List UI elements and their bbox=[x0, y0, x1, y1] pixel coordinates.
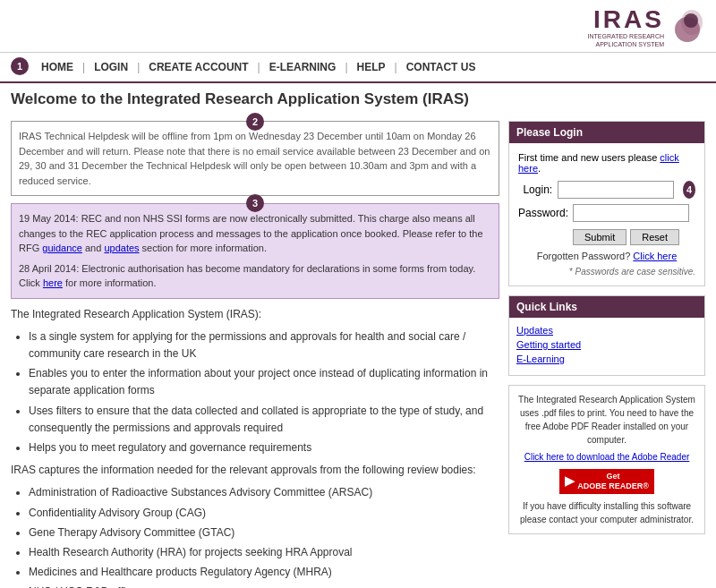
notice-1-wrapper: 2 IRAS Technical Helpdesk will be offlin… bbox=[11, 121, 499, 196]
logo-icon bbox=[669, 10, 705, 46]
logo-subtitle: INTEGRATED RESEARCHAPPLICATION SYSTEM bbox=[588, 32, 664, 48]
review-bodies-list: Administration of Radioactive Substances… bbox=[29, 484, 499, 588]
adobe-badge-text: GetADOBE READER® bbox=[577, 472, 649, 491]
ea-link[interactable]: here bbox=[43, 277, 63, 288]
quicklinks-header: Quick Links bbox=[509, 296, 704, 318]
nav-create-account[interactable]: CREATE ACCOUNT bbox=[140, 61, 257, 73]
notice-2: 3 19 May 2014: REC and non NHS SSI forms… bbox=[11, 203, 499, 299]
info-bullets: Is a single system for applying for the … bbox=[29, 328, 499, 456]
nav-contact-us[interactable]: CONTACT US bbox=[397, 61, 485, 73]
notice-2-badge: 3 bbox=[246, 194, 264, 212]
submit-button[interactable]: Submit bbox=[573, 229, 626, 245]
notice-2-item1: 19 May 2014: REC and non NHS SSI forms a… bbox=[19, 211, 491, 256]
quicklink-getting-started[interactable]: Getting started bbox=[516, 339, 697, 350]
nav-home[interactable]: HOME bbox=[32, 61, 82, 73]
password-input[interactable] bbox=[573, 204, 689, 222]
reset-button[interactable]: Reset bbox=[630, 229, 679, 245]
navigation: 1 HOME | LOGIN | CREATE ACCOUNT | E-LEAR… bbox=[0, 53, 716, 83]
nav-elearning[interactable]: E-LEARNING bbox=[260, 61, 345, 73]
page-title: Welcome to the Integrated Research Appli… bbox=[0, 83, 716, 114]
password-label: Password: bbox=[518, 207, 567, 219]
login-number-badge: 4 bbox=[683, 181, 695, 199]
pdf-note: The Integrated Research Application Syst… bbox=[508, 385, 705, 534]
body-5: Medicines and Healthcare products Regula… bbox=[29, 564, 499, 581]
quicklink-elearning[interactable]: E-Learning bbox=[516, 354, 697, 364]
quicklink-updates[interactable]: Updates bbox=[516, 325, 697, 336]
notice-2-wrapper: 3 19 May 2014: REC and non NHS SSI forms… bbox=[11, 203, 499, 299]
logo-text: IRAS bbox=[588, 7, 664, 32]
password-field-row: Password: bbox=[518, 204, 695, 222]
info-section: The Integrated Research Application Syst… bbox=[11, 306, 499, 588]
adobe-download-link[interactable]: Click here to download the Adobe Reader bbox=[516, 450, 697, 464]
info-bullet-2: Enables you to enter the information abo… bbox=[29, 365, 499, 399]
nav-number-badge: 1 bbox=[11, 57, 29, 75]
login-field-row: Login: 4 bbox=[518, 181, 695, 199]
login-input[interactable] bbox=[558, 181, 674, 199]
info-bullet-1: Is a single system for applying for the … bbox=[29, 328, 499, 362]
password-note: * Passwords are case sensitive. bbox=[518, 267, 695, 277]
bodies-intro: IRAS captures the information needed for… bbox=[11, 462, 499, 479]
nav-login[interactable]: LOGIN bbox=[85, 61, 137, 73]
info-intro: The Integrated Research Application Syst… bbox=[11, 306, 499, 323]
notice-1-text: IRAS Technical Helpdesk will be offline … bbox=[19, 131, 490, 186]
body-2: Confidentiality Advisory Group (CAG) bbox=[29, 505, 499, 522]
pdf-note-text1: The Integrated Research Application Syst… bbox=[516, 393, 697, 447]
login-buttons: Submit Reset bbox=[573, 229, 695, 245]
main-content: 2 IRAS Technical Helpdesk will be offlin… bbox=[0, 114, 716, 588]
quicklinks-body: Updates Getting started E-Learning bbox=[509, 318, 704, 375]
svg-point-2 bbox=[684, 13, 698, 28]
notice-2-item2: 28 April 2014: Electronic authorisation … bbox=[19, 261, 491, 291]
pdf-note-footer: If you have difficulty installing this s… bbox=[516, 499, 697, 526]
info-bullet-4: Helps you to meet regulatory and governa… bbox=[29, 439, 499, 456]
login-box-header: Please Login bbox=[509, 122, 704, 143]
updates-link[interactable]: updates bbox=[104, 243, 139, 253]
forgot-password-row: Forgotten Password? Click here bbox=[518, 251, 695, 261]
notice-1-badge: 2 bbox=[246, 113, 264, 131]
login-box-body: First time and new users please click he… bbox=[509, 143, 704, 285]
quicklinks-box: Quick Links Updates Getting started E-Le… bbox=[508, 295, 705, 376]
nav-help[interactable]: HELP bbox=[348, 61, 395, 73]
login-label: Login: bbox=[518, 183, 552, 196]
body-1: Administration of Radioactive Substances… bbox=[29, 484, 499, 501]
info-bullet-3: Uses filters to ensure that the data col… bbox=[29, 403, 499, 437]
body-6: NHS / HSC R&D offices bbox=[29, 584, 499, 588]
login-box: Please Login First time and new users pl… bbox=[508, 121, 705, 286]
site-header: IRAS INTEGRATED RESEARCHAPPLICATION SYST… bbox=[0, 0, 716, 53]
adobe-badge-icon: ▶ bbox=[565, 472, 575, 490]
body-4: Health Research Authority (HRA) for proj… bbox=[29, 544, 499, 561]
body-3: Gene Therapy Advisory Committee (GTAC) bbox=[29, 524, 499, 541]
notice-1: 2 IRAS Technical Helpdesk will be offlin… bbox=[11, 121, 499, 196]
left-column: 2 IRAS Technical Helpdesk will be offlin… bbox=[11, 121, 499, 588]
first-time-text: First time and new users please click he… bbox=[518, 152, 695, 174]
adobe-badge: ▶ GetADOBE READER® bbox=[559, 469, 654, 494]
rfg-guidance-link[interactable]: guidance bbox=[42, 243, 82, 253]
logo-area: IRAS INTEGRATED RESEARCHAPPLICATION SYST… bbox=[588, 7, 705, 48]
right-column: Please Login First time and new users pl… bbox=[508, 121, 705, 588]
forgot-password-link[interactable]: Click here bbox=[633, 251, 677, 261]
